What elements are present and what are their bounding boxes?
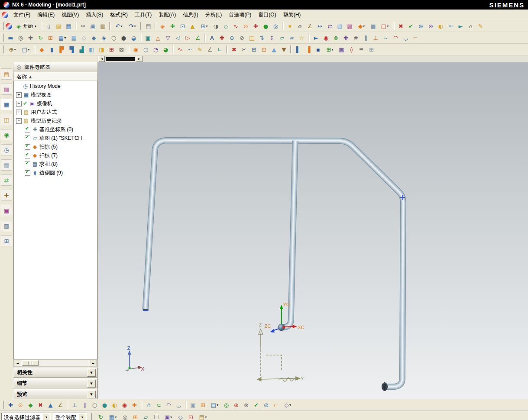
expand-icon[interactable]: + <box>16 92 22 98</box>
toolbar-icon[interactable]: ▯ <box>44 21 54 31</box>
toolbar-icon[interactable]: ▲ <box>45 400 55 410</box>
toolbar-icon[interactable]: ◐ <box>436 21 446 31</box>
toolbar-icon[interactable]: ◡ <box>174 400 184 410</box>
toolbar-icon[interactable]: ▱ <box>277 33 287 43</box>
toolbar-icon[interactable]: ◨ <box>97 45 107 55</box>
toolbar-icon[interactable]: ↷▾ <box>126 21 139 31</box>
scroll-right-icon[interactable]: ► <box>90 360 97 366</box>
dropdown-arrow-icon[interactable]: ▾ <box>170 415 172 419</box>
toolbar-icon[interactable]: ✚ <box>341 33 351 43</box>
toolbar-icon[interactable]: ■ <box>368 21 378 31</box>
toolbar-icon[interactable]: ▐ <box>303 45 313 55</box>
toolbar-icon[interactable]: ⊕ <box>416 21 426 31</box>
sketch-datum[interactable]: Y <box>257 329 304 381</box>
dropdown-arrow-icon[interactable]: ▾ <box>206 24 207 28</box>
toolbar-icon[interactable]: ~ <box>381 33 391 43</box>
toolbar-icon[interactable]: ⊞▾ <box>198 21 211 31</box>
toolbar-icon[interactable]: ▥ <box>1 220 12 231</box>
tree-item[interactable]: +✔▣摄像机 <box>14 99 97 108</box>
scroll-thumb[interactable] <box>22 360 39 366</box>
section-preview[interactable]: 预览 ▼ <box>13 389 97 399</box>
selection-scope-combo[interactable]: 整个装配 ▼ <box>53 413 87 420</box>
tree-item[interactable]: -▨模型历史记录 <box>14 116 97 125</box>
toolbar-icon[interactable]: ∥ <box>80 400 90 410</box>
toolbar-icon[interactable]: ◉ <box>120 400 130 410</box>
toolbar-icon[interactable]: ▤ <box>143 21 153 31</box>
toolbar-icon[interactable]: ▰ <box>287 33 297 43</box>
toolbar-icon[interactable]: ◇▾ <box>281 400 295 410</box>
dropdown-arrow-icon[interactable]: ▾ <box>205 415 207 419</box>
menu-item-11[interactable]: 窗口(O) <box>255 10 279 20</box>
toolbar-icon[interactable]: ▦ <box>64 21 74 31</box>
toolbar-icon[interactable]: ✔ <box>251 400 261 410</box>
toolbar-icon[interactable]: ▤ <box>1 68 12 80</box>
menu-item-3[interactable]: 视图(V) <box>58 10 82 20</box>
dropdown-arrow-icon[interactable]: ▾ <box>387 24 389 28</box>
start-menu-button[interactable]: ◈ 开始 ▾ <box>13 21 39 31</box>
pane-scroll-thumb[interactable] <box>106 57 135 61</box>
wcs-triad[interactable]: YC XC ZC Z <box>259 302 304 333</box>
toolbar-icon[interactable]: ◇ <box>79 33 89 43</box>
toolbar-icon[interactable]: ▤▾ <box>208 400 221 410</box>
toolbar-icon[interactable]: ◒ <box>129 33 139 43</box>
toolbar-icon[interactable]: ∩ <box>144 400 154 410</box>
toolbar-icon[interactable]: ⊥ <box>371 33 381 43</box>
toolbar-icon[interactable]: ◫ <box>247 33 257 43</box>
feature-checkbox[interactable]: ✔ <box>25 153 30 158</box>
toolbar-icon[interactable]: ⊟ <box>249 45 259 55</box>
toolbar-icon[interactable]: ⊡ <box>259 45 269 55</box>
section-dependencies[interactable]: 相关性 ▼ <box>13 368 97 378</box>
toolbar-icon[interactable]: ⊘ <box>237 33 247 43</box>
toolbar-icon[interactable]: ▦ <box>1 99 12 110</box>
toolbar-icon[interactable]: ★ <box>285 21 295 31</box>
menu-item-2[interactable]: 编辑(E) <box>34 10 58 20</box>
feature-checkbox[interactable]: ✔ <box>25 127 30 132</box>
toolbar-icon[interactable]: ▦ <box>1 159 12 171</box>
toolbar-icon[interactable]: ⇄ <box>1 174 12 186</box>
combo-dropdown-icon[interactable]: ▼ <box>42 413 50 420</box>
toolbar-icon[interactable]: ◠ <box>164 400 174 410</box>
toolbar-icon[interactable]: ✂ <box>239 45 249 55</box>
toolbar-icon[interactable]: ► <box>311 33 321 43</box>
toolbar-icon[interactable]: ✎ <box>476 21 486 31</box>
toolbar-icon[interactable]: ▬ <box>6 33 16 43</box>
toolbar-icon[interactable]: ◎ <box>271 21 281 31</box>
tree-item[interactable]: +▨用户表达式 <box>14 108 97 116</box>
toolbar-icon[interactable]: ◆▾ <box>355 21 368 31</box>
toolbar-icon[interactable]: ▽ <box>163 33 173 43</box>
toolbar-icon[interactable]: ✚ <box>6 400 16 410</box>
toolbar-icon[interactable]: ✖ <box>229 45 239 55</box>
toolbar-icon[interactable]: ◔ <box>151 45 161 55</box>
toolbar-icon[interactable]: ≈ <box>446 21 456 31</box>
toolbar-icon[interactable]: ◉ <box>321 33 331 43</box>
collapse-icon[interactable]: - <box>16 118 22 124</box>
toolbar-icon[interactable]: ▥ <box>1 84 12 95</box>
chevron-down-icon[interactable]: ▼ <box>87 380 96 388</box>
toolbar-drag-handle[interactable] <box>2 401 4 409</box>
toolbar-icon[interactable]: ⌂ <box>466 21 476 31</box>
toolbar-icon[interactable]: ✖ <box>36 400 45 410</box>
toolbar-icon[interactable]: ◫ <box>1 114 12 125</box>
sort-ascending-icon[interactable]: ▲ <box>29 75 32 79</box>
menu-item-1[interactable]: 文件(F) <box>10 10 34 20</box>
toolbar-icon[interactable]: ● <box>261 21 271 31</box>
toolbar-icon[interactable]: ▼ <box>279 45 289 55</box>
toolbar-icon[interactable]: ⊞ <box>366 45 376 55</box>
toolbar-icon[interactable]: ✔ <box>406 21 416 31</box>
toolbar-icon[interactable]: ▨ <box>345 21 355 31</box>
tree-item[interactable]: ✔◆扫掠 (7) <box>14 151 97 160</box>
toolbar-icon[interactable]: ⊞ <box>107 45 117 55</box>
combo-dropdown-icon[interactable]: ▼ <box>78 413 86 420</box>
toolbar-icon[interactable]: ◎ <box>221 400 231 410</box>
toolbar-icon[interactable]: ⊡ <box>186 412 196 420</box>
section-details[interactable]: 细节 ▼ <box>13 378 97 388</box>
tree-item[interactable]: ✔✚基准坐标系 (0) <box>14 125 97 134</box>
toolbar-icon[interactable]: ~ <box>185 45 195 55</box>
toolbar-icon[interactable]: ∿ <box>175 45 185 55</box>
toolbar-drag-handle[interactable] <box>2 34 4 42</box>
toolbar-icon[interactable]: ✚ <box>130 400 139 410</box>
toolbar-icon[interactable]: ► <box>456 21 466 31</box>
toolbar-icon[interactable]: ▣▾ <box>162 412 175 420</box>
expand-icon[interactable]: + <box>16 110 22 115</box>
toolbar-icon[interactable]: ⊠ <box>117 45 126 55</box>
